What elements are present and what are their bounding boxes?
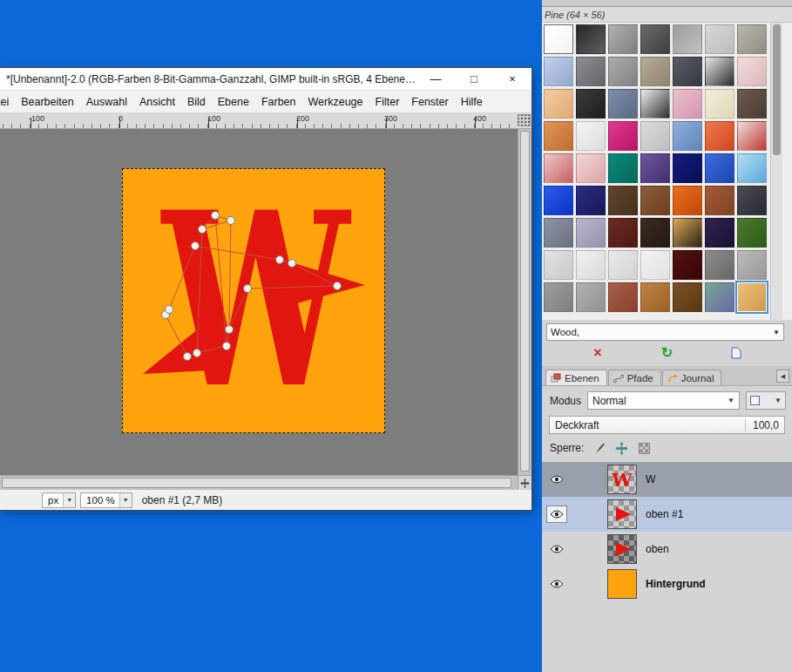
- pattern-swatch[interactable]: [544, 89, 573, 119]
- pattern-swatch[interactable]: [640, 282, 670, 312]
- layer-thumbnail[interactable]: [607, 499, 637, 529]
- pattern-swatch[interactable]: [737, 24, 767, 54]
- unit-select[interactable]: px ▼: [42, 492, 76, 508]
- pattern-swatch[interactable]: [705, 57, 734, 86]
- lock-pixels-button[interactable]: [591, 441, 606, 455]
- pattern-swatch[interactable]: [673, 89, 702, 119]
- pattern-swatch[interactable]: [705, 121, 734, 151]
- menu-item-filter[interactable]: Filter: [369, 96, 406, 108]
- pattern-swatch[interactable]: [737, 218, 767, 248]
- layer-row-hintergrund[interactable]: Hintergrund: [542, 567, 792, 601]
- visibility-toggle[interactable]: [546, 471, 567, 488]
- pattern-swatch[interactable]: [640, 250, 670, 280]
- opacity-slider[interactable]: Deckkraft 100,0: [549, 416, 785, 434]
- maximize-button[interactable]: □: [455, 68, 493, 90]
- pattern-swatch[interactable]: [737, 89, 767, 119]
- horizontal-ruler[interactable]: -1000100200300400: [0, 113, 531, 129]
- path-anchor-point[interactable]: [244, 285, 252, 293]
- pattern-swatch[interactable]: [640, 218, 670, 248]
- pattern-swatch[interactable]: [608, 282, 638, 312]
- pattern-swatch[interactable]: [576, 250, 606, 280]
- pattern-swatch[interactable]: [737, 282, 767, 312]
- pattern-swatch[interactable]: [737, 250, 767, 280]
- image-selection[interactable]: W: [122, 168, 385, 433]
- pattern-swatch[interactable]: [640, 24, 670, 54]
- open-pattern-button[interactable]: [727, 344, 746, 362]
- pattern-swatch[interactable]: [673, 153, 702, 183]
- layer-row-oben-1[interactable]: oben #1: [542, 497, 792, 532]
- path-anchor-point[interactable]: [227, 217, 235, 225]
- menu-item-datei[interactable]: Datei: [0, 96, 15, 108]
- menu-item-auswahl[interactable]: Auswahl: [80, 96, 133, 108]
- path-anchor-point[interactable]: [166, 306, 173, 314]
- pattern-swatch[interactable]: [640, 186, 670, 215]
- menu-item-bild[interactable]: Bild: [181, 96, 212, 108]
- path-anchor-point[interactable]: [226, 326, 234, 334]
- pattern-swatch[interactable]: [737, 153, 767, 183]
- pattern-swatch[interactable]: [640, 121, 670, 151]
- layer-name[interactable]: Hintergrund: [646, 578, 706, 590]
- path-anchor-point[interactable]: [193, 350, 201, 357]
- pattern-swatch[interactable]: [608, 121, 638, 151]
- zoom-select[interactable]: 100 % ▼: [80, 492, 132, 508]
- pattern-swatch[interactable]: [640, 153, 670, 183]
- path-anchor-point[interactable]: [212, 212, 220, 220]
- menu-item-farben[interactable]: Farben: [255, 96, 302, 108]
- pattern-swatch[interactable]: [705, 153, 734, 183]
- canvas-navigation-button[interactable]: [518, 476, 531, 490]
- tab-journal[interactable]: Journal: [662, 370, 722, 385]
- pattern-swatch[interactable]: [576, 121, 606, 151]
- visibility-toggle[interactable]: [546, 540, 567, 558]
- pattern-swatch[interactable]: [673, 57, 702, 86]
- pattern-swatch[interactable]: [608, 153, 638, 183]
- menu-item-ansicht[interactable]: Ansicht: [133, 96, 181, 108]
- pattern-swatch[interactable]: [673, 250, 702, 280]
- pattern-swatch[interactable]: [544, 121, 573, 151]
- lock-position-button[interactable]: [613, 441, 629, 455]
- ruler-corner-button[interactable]: [518, 114, 531, 126]
- pattern-swatch[interactable]: [544, 24, 573, 54]
- pattern-swatch[interactable]: [705, 218, 734, 248]
- layer-row-oben[interactable]: oben: [542, 532, 792, 567]
- pattern-swatch[interactable]: [608, 186, 638, 215]
- canvas-area[interactable]: W: [0, 129, 531, 475]
- window-titlebar[interactable]: *[Unbenannt]-2.0 (RGB-Farben 8-Bit-Gamma…: [0, 68, 531, 91]
- refresh-patterns-button[interactable]: ↻: [657, 344, 676, 362]
- scrollbar-thumb[interactable]: [2, 478, 511, 488]
- pattern-tag-filter-input[interactable]: Wood, ▼: [546, 323, 784, 341]
- path-anchor-point[interactable]: [223, 343, 231, 350]
- path-anchor-point[interactable]: [334, 282, 342, 290]
- pattern-swatch[interactable]: [673, 282, 702, 312]
- pattern-swatch[interactable]: [544, 57, 573, 86]
- menu-item-werkzeuge[interactable]: Werkzeuge: [302, 96, 369, 108]
- pattern-swatch[interactable]: [544, 218, 573, 248]
- path-anchor-point[interactable]: [184, 353, 192, 361]
- pattern-swatch[interactable]: [705, 24, 734, 54]
- pattern-swatch[interactable]: [608, 250, 638, 280]
- pattern-swatch[interactable]: [608, 57, 638, 86]
- pattern-swatch[interactable]: [608, 218, 638, 248]
- pattern-swatch[interactable]: [673, 121, 702, 151]
- pattern-swatch[interactable]: [705, 89, 734, 119]
- pattern-swatch[interactable]: [544, 282, 573, 312]
- tab-pfade[interactable]: Pfade: [608, 370, 661, 385]
- pattern-swatch[interactable]: [576, 282, 606, 312]
- pattern-swatch[interactable]: [608, 24, 638, 54]
- pattern-swatch[interactable]: [705, 282, 734, 312]
- layer-row-w[interactable]: W W: [542, 462, 792, 497]
- pattern-swatch[interactable]: [640, 57, 670, 86]
- tab-menu-button[interactable]: ◀: [776, 370, 789, 383]
- delete-pattern-button[interactable]: ×: [588, 344, 607, 362]
- menu-item-hilfe[interactable]: Hilfe: [455, 96, 489, 108]
- pattern-swatch[interactable]: [576, 24, 606, 54]
- menu-item-bearbeiten[interactable]: Bearbeiten: [15, 96, 79, 108]
- pattern-swatch[interactable]: [673, 218, 702, 248]
- pattern-swatch[interactable]: [576, 218, 606, 248]
- path-anchor-point[interactable]: [199, 226, 206, 234]
- menu-item-ebene[interactable]: Ebene: [212, 96, 255, 108]
- pattern-swatch[interactable]: [737, 121, 767, 151]
- pattern-scrollbar[interactable]: [770, 23, 782, 320]
- lock-alpha-button[interactable]: [636, 441, 652, 455]
- pattern-swatch[interactable]: [576, 89, 606, 119]
- pattern-swatch[interactable]: [737, 57, 767, 86]
